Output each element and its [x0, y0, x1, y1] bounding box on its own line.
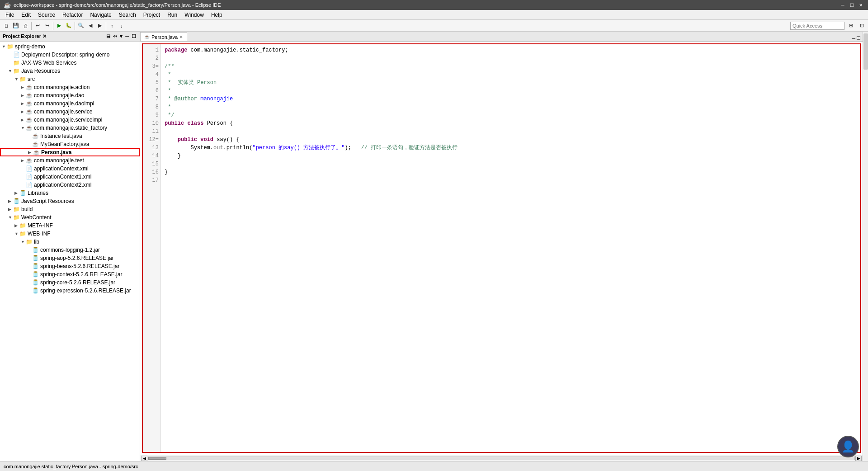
tree-label-17: applicationContext2.xml: [34, 182, 91, 188]
prev-edit-button[interactable]: ↑: [108, 21, 117, 30]
code-line-9: */: [165, 111, 856, 119]
tree-item-18[interactable]: ▶🫙Libraries: [0, 189, 140, 197]
layout-button[interactable]: ⊞: [846, 21, 855, 30]
menu-source[interactable]: Source: [34, 11, 59, 19]
tree-item-1[interactable]: 📄Deployment Descriptor: spring-demo: [0, 51, 140, 59]
quick-access-input[interactable]: [790, 22, 844, 30]
tree-item-17[interactable]: 📄applicationContext2.xml: [0, 181, 140, 189]
debug-button[interactable]: 🐛: [64, 21, 73, 30]
tree-item-25[interactable]: 🫙commons-logging-1.2.jar: [0, 246, 140, 254]
scroll-right-arrow[interactable]: ▶: [855, 456, 862, 461]
tree-item-20[interactable]: ▶📁build: [0, 205, 140, 213]
user-avatar[interactable]: 👤: [837, 436, 859, 457]
code-line-5: * 实体类 Person: [165, 79, 856, 87]
tree-label-20: build: [21, 206, 33, 212]
tree-item-6[interactable]: ▶☕com.manongajie.dao: [0, 91, 140, 99]
tree-item-30[interactable]: 🫙spring-expression-5.2.6.RELEASE.jar: [0, 287, 140, 295]
tree-item-7[interactable]: ▶☕com.manongajie.daoimpl: [0, 99, 140, 108]
tree-item-21[interactable]: ▼📁WebContent: [0, 213, 140, 221]
tree-item-19[interactable]: ▶🫙JavaScript Resources: [0, 197, 140, 205]
menu-run[interactable]: Run: [164, 11, 181, 19]
tree-item-14[interactable]: ▶☕com.manongajie.test: [0, 156, 140, 165]
right-panel-button[interactable]: [863, 33, 868, 70]
tree-item-2[interactable]: 📁JAX-WS Web Services: [0, 59, 140, 67]
tree-item-27[interactable]: 🫙spring-beans-5.2.6.RELEASE.jar: [0, 262, 140, 270]
tree-item-28[interactable]: 🫙spring-context-5.2.6.RELEASE.jar: [0, 270, 140, 278]
bottom-scrollbar: ◀ ▶: [140, 455, 863, 461]
minimize-button[interactable]: ─: [839, 2, 846, 8]
tree-item-4[interactable]: ▼📁src: [0, 75, 140, 83]
menu-navigate[interactable]: Navigate: [86, 11, 115, 19]
print-button[interactable]: 🖨: [21, 21, 30, 30]
line-num-6: 6: [145, 87, 159, 95]
menu-file[interactable]: File: [2, 11, 18, 19]
code-line-12=: public void say() {: [165, 136, 856, 144]
tree-item-9[interactable]: ▶☕com.manongajie.serviceimpl: [0, 116, 140, 124]
avatar-icon: 👤: [841, 440, 855, 453]
scroll-left-arrow[interactable]: ◀: [141, 456, 147, 461]
search-button[interactable]: 🔍: [76, 21, 85, 30]
tree-arrow-4: ▼: [14, 77, 19, 81]
menu-help[interactable]: Help: [208, 11, 226, 19]
tree-item-26[interactable]: 🫙spring-aop-5.2.6.RELEASE.jar: [0, 254, 140, 262]
tree-item-22[interactable]: ▶📁META-INF: [0, 221, 140, 230]
tree-icon-23: 📁: [19, 231, 26, 237]
sidebar-menu-icon[interactable]: ▾: [119, 33, 123, 40]
tree-item-16[interactable]: 📄applicationContext1.xml: [0, 173, 140, 181]
tree-label-7: com.manongajie.daoimpl: [34, 100, 94, 107]
next-edit-button[interactable]: ↓: [117, 21, 126, 30]
editor-minimize-icon[interactable]: ─: [852, 36, 855, 41]
sidebar-minimize-icon[interactable]: ─: [124, 33, 130, 40]
tree-item-13[interactable]: ▶☕Person.java: [0, 148, 140, 156]
editor-area: ☕ Person.java ✕ ─ ☐ 123=456789101112=131…: [140, 32, 863, 461]
tree-item-3[interactable]: ▼📁Java Resources: [0, 67, 140, 75]
new-button[interactable]: 🗋: [2, 21, 11, 30]
back-button[interactable]: ◀: [86, 21, 95, 30]
tree-item-29[interactable]: 🫙spring-core-5.2.6.RELEASE.jar: [0, 278, 140, 287]
tree-icon-8: ☕: [25, 108, 33, 115]
code-content[interactable]: package com.manongajie.static_factory; /…: [161, 44, 860, 452]
tree-item-24[interactable]: ▼📁lib: [0, 238, 140, 246]
run-button[interactable]: ▶: [55, 21, 64, 30]
tree-label-8: com.manongajie.service: [34, 108, 92, 115]
tree-item-12[interactable]: ☕MyBeanFactory.java: [0, 140, 140, 148]
tree-item-5[interactable]: ▶☕com.manongajie.action: [0, 83, 140, 91]
redo-button[interactable]: ↪: [42, 21, 52, 30]
separator-3: [75, 22, 75, 30]
code-line-10: public class Person {: [165, 119, 856, 127]
perspective-button[interactable]: ⊡: [857, 21, 866, 30]
forward-button[interactable]: ▶: [95, 21, 104, 30]
close-button[interactable]: ✕: [857, 2, 864, 8]
sidebar: Project Explorer ✕ ⊟ ⇔ ▾ ─ ☐ ▼📁spring-de…: [0, 32, 140, 461]
editor-tab-person[interactable]: ☕ Person.java ✕: [140, 32, 187, 41]
tree-label-24: lib: [34, 239, 39, 245]
menu-window[interactable]: Window: [181, 11, 208, 19]
sidebar-maximize-icon[interactable]: ☐: [131, 33, 137, 40]
tree-icon-30: 🫙: [32, 287, 39, 294]
menu-project[interactable]: Project: [140, 11, 164, 19]
undo-button[interactable]: ↩: [33, 21, 42, 30]
menu-edit[interactable]: Edit: [18, 11, 34, 19]
tree-arrow-3: ▼: [8, 69, 13, 73]
editor-maximize-icon[interactable]: ☐: [856, 35, 861, 41]
menu-search[interactable]: Search: [115, 11, 140, 19]
separator-2: [53, 22, 53, 30]
tree-item-8[interactable]: ▶☕com.manongajie.service: [0, 108, 140, 116]
link-editor-icon[interactable]: ⇔: [112, 33, 118, 40]
tab-close-icon[interactable]: ✕: [179, 35, 183, 39]
menu-refactor[interactable]: Refactor: [59, 11, 86, 19]
maximize-button[interactable]: ☐: [848, 2, 855, 8]
tree-item-0[interactable]: ▼📁spring-demo: [0, 42, 140, 51]
tree-item-15[interactable]: 📄applicationContext.xml: [0, 165, 140, 173]
tree-label-23: WEB-INF: [28, 231, 51, 237]
line-num-17: 17: [145, 176, 159, 184]
save-button[interactable]: 💾: [11, 21, 20, 30]
tree-label-13: Person.java: [41, 149, 71, 155]
tree-item-23[interactable]: ▼📁WEB-INF: [0, 230, 140, 238]
menu-bar: File Edit Source Refactor Navigate Searc…: [0, 10, 868, 20]
scroll-track[interactable]: [148, 457, 855, 460]
tree-item-11[interactable]: ☕InstanceTest.java: [0, 132, 140, 140]
collapse-all-icon[interactable]: ⊟: [105, 33, 111, 40]
tree-item-10[interactable]: ▼☕com.manongajie.static_factory: [0, 124, 140, 132]
tree-icon-11: ☕: [32, 133, 39, 139]
